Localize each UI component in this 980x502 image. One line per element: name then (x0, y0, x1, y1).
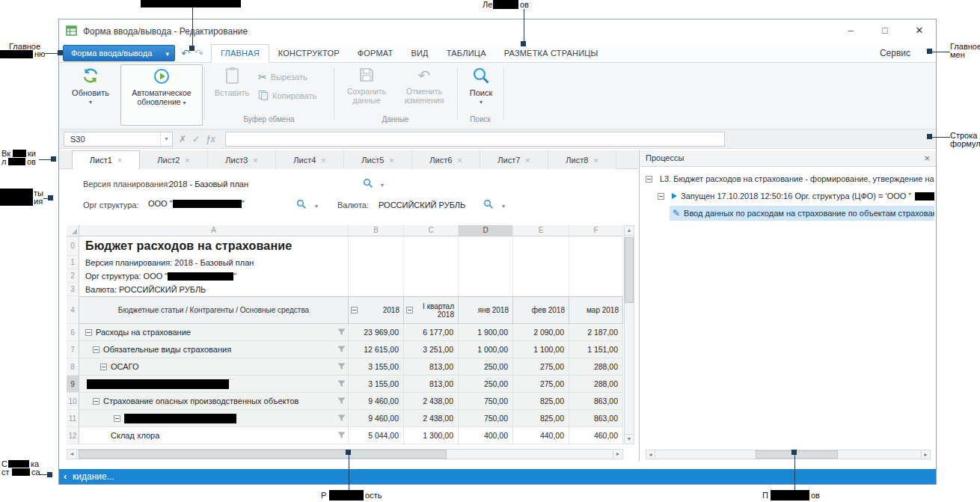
grid-header-cell[interactable]: фев 2018 (513, 296, 569, 324)
grid-value-cell[interactable]: 750,00 (459, 393, 513, 410)
close-icon[interactable]: × (389, 156, 393, 165)
grid-value-cell[interactable]: 825,00 (513, 393, 569, 410)
row-header-11[interactable]: 11 (67, 410, 79, 427)
grid-value-cell[interactable]: 1 100,00 (513, 341, 569, 358)
grid-header-cell[interactable]: I квартал 2018 (404, 296, 459, 324)
copy-button[interactable]: Копировать (258, 90, 316, 102)
grid-cell[interactable] (513, 256, 569, 269)
grid-label-cell[interactable] (79, 376, 349, 393)
row-header-3[interactable]: 3 (67, 283, 79, 296)
formula-input[interactable] (225, 132, 725, 147)
column-header-a[interactable]: A (79, 225, 349, 236)
close-icon[interactable]: × (185, 156, 189, 165)
grid-cell[interactable] (404, 256, 459, 269)
ribbon-tab-2[interactable]: КОНСТРУКТОР (269, 44, 349, 63)
grid-value-cell[interactable]: 863,00 (569, 410, 623, 427)
minimize-button[interactable]: – (837, 19, 864, 42)
grid-cell[interactable] (404, 236, 459, 256)
sheet-tab-5[interactable]: Лист5× (344, 150, 412, 169)
scroll-left-icon[interactable]: ◄ (646, 450, 655, 459)
grid-cell[interactable] (569, 256, 623, 269)
grid-value-cell[interactable]: 275,00 (513, 358, 569, 376)
ribbon-tab-5[interactable]: ТАБЛИЦА (438, 44, 495, 63)
collapse-icon[interactable] (93, 398, 99, 405)
panel-h-scroll-thumb[interactable] (756, 450, 838, 459)
cancel-icon[interactable]: ✗ (179, 133, 186, 145)
column-header-f[interactable]: F (569, 225, 623, 236)
close-icon[interactable]: × (525, 156, 530, 165)
grid-cell[interactable] (349, 269, 404, 283)
grid-value-cell[interactable]: 460,00 (569, 427, 623, 444)
close-button[interactable]: ✕ (906, 19, 933, 42)
grid-value-cell[interactable]: 1 300,00 (404, 427, 459, 444)
filter-icon[interactable] (337, 414, 346, 422)
collapse-icon[interactable] (100, 364, 107, 370)
grid-cell[interactable] (404, 283, 459, 296)
grid-label-cell[interactable]: ОСАГО (79, 358, 349, 376)
select-all-corner[interactable] (67, 225, 79, 236)
close-icon[interactable]: × (253, 156, 257, 165)
grid-value-cell[interactable]: 813,00 (404, 376, 459, 393)
grid-value-cell[interactable]: 863,00 (569, 393, 623, 410)
scroll-down-icon[interactable]: ▼ (624, 434, 634, 444)
chevron-down-icon[interactable]: ▾ (381, 182, 384, 189)
search-icon[interactable] (483, 199, 494, 212)
process-item-2[interactable]: Запущен 17.10.2018 12:50:16 Орг. структу… (658, 189, 934, 203)
grid-value-cell[interactable]: 1 151,00 (569, 341, 623, 358)
chevron-left-icon[interactable]: ‹ (64, 471, 67, 482)
grid-value-cell[interactable]: 3 251,00 (404, 341, 459, 358)
grid-value-cell[interactable]: 1 000,00 (459, 341, 513, 358)
ribbon-tab-4[interactable]: ВИД (402, 44, 437, 63)
maximize-button[interactable]: □ (872, 19, 898, 42)
grid-value-cell[interactable]: 750,00 (459, 410, 513, 427)
row-header-8[interactable]: 8 (67, 358, 79, 376)
grid-header-cell[interactable]: мар 2018 (569, 296, 623, 324)
sheet-tab-1[interactable]: Лист1× (72, 150, 140, 170)
cell-reference-box[interactable]: S30 ▾ (64, 132, 173, 147)
h-scroll-thumb[interactable] (79, 450, 447, 459)
version-value[interactable]: 2018 - Базовый план (169, 180, 248, 189)
row-header-4[interactable]: 4 (67, 296, 79, 324)
column-header-d[interactable]: D (459, 225, 513, 236)
sheet-tab-4[interactable]: Лист4× (276, 150, 344, 169)
collapse-icon[interactable] (93, 346, 99, 353)
refresh-button[interactable]: Обновить ▾ (67, 66, 114, 105)
service-menu[interactable]: Сервис (880, 44, 910, 63)
filter-icon[interactable] (337, 380, 346, 388)
grid-value-cell[interactable]: 440,00 (513, 427, 569, 444)
sheet-tab-8[interactable]: Лист8× (548, 150, 616, 169)
grid-label-cell[interactable]: Обязательные виды страхования (79, 341, 349, 358)
grid-value-cell[interactable]: 3 155,00 (349, 358, 404, 376)
v-scroll-thumb[interactable] (625, 237, 634, 303)
search-icon[interactable] (363, 178, 373, 192)
ribbon-tab-6[interactable]: РАЗМЕТКА СТРАНИЦЫ (495, 44, 607, 63)
grid-cell[interactable]: Орг структура: ООО "" (79, 269, 349, 283)
grid-value-cell[interactable]: 288,00 (569, 358, 623, 376)
grid-cell[interactable] (349, 256, 404, 269)
scroll-up-icon[interactable]: ▲ (624, 225, 634, 236)
row-header-12[interactable]: 12 (67, 427, 79, 444)
grid-value-cell[interactable]: 825,00 (513, 410, 569, 427)
filter-icon[interactable] (337, 328, 346, 336)
org-value[interactable]: ООО "" (148, 199, 245, 208)
row-header-2[interactable]: 2 (67, 269, 79, 283)
row-header-1[interactable]: 1 (67, 256, 79, 269)
scroll-left-icon[interactable]: ◄ (67, 449, 77, 459)
grid-cell[interactable] (404, 269, 459, 283)
row-header-9[interactable]: 9 (67, 376, 79, 393)
close-icon[interactable]: × (117, 156, 122, 165)
grid-value-cell[interactable]: 3 155,00 (349, 376, 404, 393)
grid-value-cell[interactable]: 400,00 (459, 427, 513, 444)
filter-icon[interactable] (337, 363, 346, 370)
grid-cell[interactable] (459, 256, 513, 269)
grid-cell[interactable] (459, 269, 513, 283)
collapse-icon[interactable] (406, 307, 413, 313)
paste-button[interactable]: Вставить (209, 66, 255, 98)
grid-value-cell[interactable]: 9 460,00 (349, 410, 404, 427)
scroll-right-icon[interactable]: ► (921, 450, 931, 459)
grid-value-cell[interactable]: 6 177,00 (404, 324, 459, 341)
process-item-3[interactable]: ✎Ввод данных по расходам на страхование … (670, 206, 934, 221)
grid-cell[interactable] (349, 236, 404, 256)
collapse-icon[interactable] (85, 329, 92, 336)
grid-value-cell[interactable]: 288,00 (569, 376, 623, 393)
